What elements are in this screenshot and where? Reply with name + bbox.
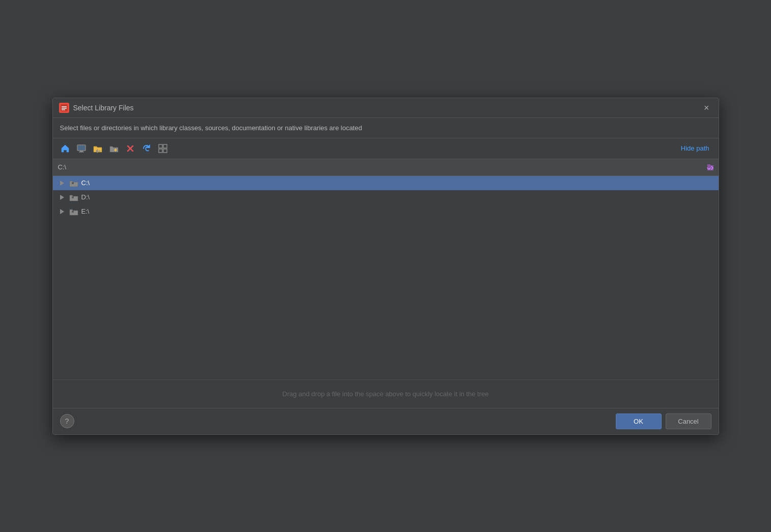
svg-rect-13 — [72, 196, 74, 198]
cancel-button[interactable]: Cancel — [666, 413, 711, 429]
svg-rect-9 — [163, 144, 167, 148]
svg-rect-14 — [72, 211, 74, 213]
browse-button[interactable] — [702, 159, 719, 175]
folder-icon-c — [69, 179, 78, 187]
svg-rect-2 — [62, 108, 67, 109]
expand-arrow-e[interactable] — [58, 208, 66, 216]
footer: ? OK Cancel — [53, 408, 719, 434]
help-button[interactable]: ? — [60, 414, 74, 428]
refresh-button[interactable] — [139, 141, 154, 156]
delete-button[interactable] — [123, 141, 137, 156]
dialog-title: Select Library Files — [73, 104, 697, 112]
select-library-files-dialog: Select Library Files × Select files or d… — [52, 98, 719, 435]
svg-rect-10 — [159, 149, 162, 153]
expand-all-button[interactable] — [156, 141, 170, 156]
file-tree: C:\ D:\ E:\ — [53, 176, 719, 379]
expand-arrow-d[interactable] — [58, 193, 66, 201]
app-icon — [59, 103, 69, 113]
description-text: Select files or directories in which lib… — [53, 118, 719, 138]
toolbar: Hide path — [53, 138, 719, 159]
title-bar: Select Library Files × — [53, 98, 719, 118]
drag-hint: Drag and drop a file into the space abov… — [53, 379, 719, 408]
svg-rect-1 — [62, 106, 67, 107]
folder-icon-d — [69, 193, 78, 201]
ok-button[interactable]: OK — [616, 413, 662, 429]
svg-rect-5 — [80, 151, 83, 152]
svg-rect-8 — [159, 144, 162, 148]
svg-rect-11 — [163, 149, 167, 153]
path-bar — [53, 159, 719, 176]
new-folder-button[interactable] — [107, 141, 121, 156]
svg-rect-12 — [72, 182, 74, 184]
expand-arrow-c[interactable] — [58, 179, 66, 187]
close-button[interactable]: × — [701, 102, 712, 113]
folder-icon-e — [69, 208, 78, 216]
svg-rect-7 — [78, 145, 85, 150]
svg-rect-3 — [62, 109, 65, 110]
open-folder-button[interactable] — [91, 141, 105, 156]
svg-rect-6 — [79, 152, 84, 153]
home-button[interactable] — [58, 141, 72, 156]
path-input[interactable] — [53, 160, 702, 174]
tree-item-c-drive[interactable]: C:\ — [53, 176, 719, 190]
tree-item-e-drive[interactable]: E:\ — [53, 204, 719, 219]
desktop-button[interactable] — [74, 141, 89, 156]
tree-label-c-drive: C:\ — [81, 179, 90, 187]
hide-path-button[interactable]: Hide path — [677, 142, 713, 154]
tree-label-d-drive: D:\ — [81, 193, 90, 201]
tree-label-e-drive: E:\ — [81, 208, 90, 215]
tree-item-d-drive[interactable]: D:\ — [53, 190, 719, 204]
